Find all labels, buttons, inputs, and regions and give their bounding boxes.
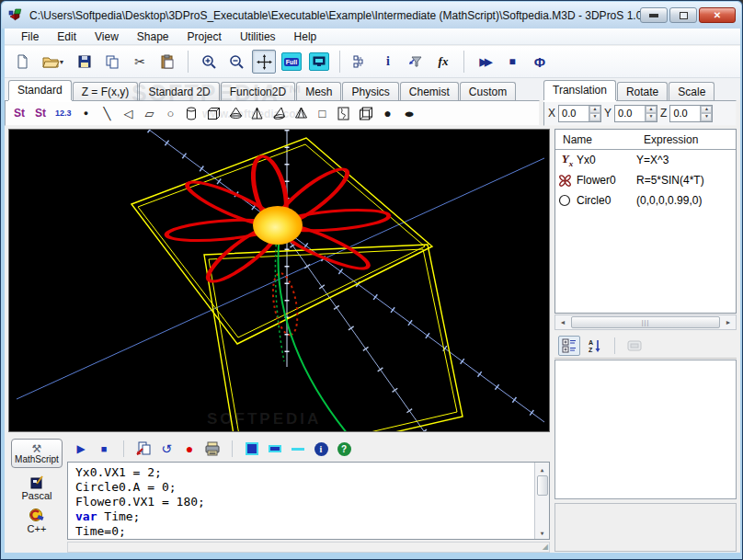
sort-alphabetical-button[interactable]: A Z xyxy=(584,336,606,356)
tab-custom[interactable]: Custom xyxy=(460,82,516,100)
new-document-button[interactable] xyxy=(10,50,34,74)
menu-help[interactable]: Help xyxy=(285,29,326,44)
restore-button[interactable] xyxy=(669,7,697,23)
shape-st2-button[interactable]: St xyxy=(34,107,47,120)
script-print-button[interactable] xyxy=(204,440,221,457)
resize-grip-icon[interactable]: ◢ xyxy=(543,543,548,551)
font-large-button[interactable] xyxy=(244,440,260,457)
stop-button[interactable]: ■ xyxy=(500,50,524,74)
tab-z-fxy[interactable]: Z = F(x,y) xyxy=(73,82,139,100)
shape-cone-button[interactable] xyxy=(229,107,243,120)
shape-polypyramid-button[interactable] xyxy=(294,107,308,120)
tab-chemist[interactable]: Chemist xyxy=(400,82,459,100)
shape-pyramid-button[interactable] xyxy=(251,107,264,120)
menu-project[interactable]: Project xyxy=(178,29,231,44)
shape-filled-ellipse-button[interactable]: ● xyxy=(403,107,416,120)
y-translation-value[interactable]: 0.0 xyxy=(615,106,645,121)
property-pages-button[interactable] xyxy=(623,336,646,356)
code-editor[interactable]: Yx0.VX1 = 2; Circle0.A = 0; Flower0.VX1 … xyxy=(67,462,550,540)
scroll-up-icon[interactable]: ▲ xyxy=(536,463,549,475)
z-spin-up-icon[interactable]: ▲ xyxy=(701,106,712,114)
tab-rotate[interactable]: Rotate xyxy=(617,82,668,100)
scroll-right-icon[interactable]: ► xyxy=(721,315,736,329)
shape-cylinder-button[interactable] xyxy=(186,107,199,120)
menu-edit[interactable]: Edit xyxy=(48,29,86,44)
code-lines[interactable]: Yx0.VX1 = 2; Circle0.A = 0; Flower0.VX1 … xyxy=(68,463,533,539)
shape-st1-button[interactable]: St xyxy=(13,107,26,120)
filter-tool-button[interactable] xyxy=(404,50,428,74)
script-run-button[interactable]: ▶ xyxy=(73,440,89,457)
shape-triangle-button[interactable]: ◁ xyxy=(122,107,135,120)
script-info-button[interactable]: i xyxy=(313,440,329,457)
tab-standard-2d[interactable]: Standard 2D xyxy=(139,82,219,100)
lang-cpp-button[interactable]: C++ xyxy=(28,508,47,534)
screen-view-button[interactable] xyxy=(307,50,331,74)
y-spin-up-icon[interactable]: ▲ xyxy=(646,106,657,114)
shape-number-button[interactable]: 12.3 xyxy=(55,109,72,118)
tab-translation[interactable]: Translation xyxy=(543,80,616,100)
column-expression[interactable]: Expression xyxy=(636,133,736,146)
font-medium-button[interactable] xyxy=(267,440,283,457)
x-translation-stepper[interactable]: 0.0 ▲▼ xyxy=(558,105,601,122)
object-tree-button[interactable] xyxy=(349,50,372,74)
editor-vertical-scrollbar[interactable]: ▲ ▼ xyxy=(534,463,549,539)
scrollbar-thumb[interactable]: ||| xyxy=(571,316,720,328)
z-spin-down-icon[interactable]: ▼ xyxy=(701,113,712,121)
shape-parallelogram-button[interactable]: ▱ xyxy=(143,107,156,120)
shape-line-button[interactable]: ╲ xyxy=(101,107,114,120)
script-stop-button[interactable]: ■ xyxy=(96,440,112,457)
menu-utilities[interactable]: Utilities xyxy=(231,29,285,44)
open-dropdown-icon[interactable]: ▼ xyxy=(59,59,65,65)
lang-mathscript-button[interactable]: ⚒ MathScript xyxy=(11,439,63,468)
pan-move-button[interactable] xyxy=(252,50,276,74)
x-spin-up-icon[interactable]: ▲ xyxy=(589,106,600,114)
y-translation-stepper[interactable]: 0.0 ▲▼ xyxy=(614,105,657,122)
zoom-in-button[interactable] xyxy=(197,50,221,74)
script-copy-button[interactable] xyxy=(135,440,152,457)
z-translation-value[interactable]: 0.0 xyxy=(670,106,700,121)
tab-function2d[interactable]: Function2D xyxy=(221,82,295,100)
paste-button[interactable] xyxy=(155,50,179,74)
scroll-down-icon[interactable]: ▼ xyxy=(536,526,549,539)
y-spin-down-icon[interactable]: ▼ xyxy=(646,113,657,121)
minimize-button[interactable] xyxy=(640,7,668,23)
shape-wirebox-button[interactable] xyxy=(359,107,373,120)
viewport-3d[interactable]: SOFTPEDIA xyxy=(8,129,550,432)
tab-standard[interactable]: Standard xyxy=(8,80,72,100)
shape-circle-button[interactable]: ○ xyxy=(165,107,177,120)
info-button[interactable]: i xyxy=(376,50,400,74)
tab-physics[interactable]: Physics xyxy=(342,82,398,100)
menu-view[interactable]: View xyxy=(86,29,128,44)
table-row[interactable]: Circle0 (0,0,0,0.99,0) xyxy=(555,190,736,211)
z-translation-stepper[interactable]: 0.0 ▲▼ xyxy=(669,105,713,122)
table-row[interactable]: Flower0 R=5*SIN(4*T) xyxy=(555,170,736,190)
shape-point-button[interactable]: ● xyxy=(80,109,93,118)
full-view-button[interactable]: Full xyxy=(280,50,303,74)
script-help-button[interactable]: ? xyxy=(336,440,352,457)
function-editor-button[interactable]: fx xyxy=(431,50,455,74)
close-button[interactable]: ✕ xyxy=(699,7,736,23)
table-row[interactable]: Yx Yx0 Y=X^3 xyxy=(555,150,736,170)
shape-tilted-cone-button[interactable] xyxy=(272,107,286,120)
zoom-out-button[interactable] xyxy=(224,50,248,74)
shape-cube-button[interactable] xyxy=(207,107,221,120)
run-fast-button[interactable]: ▶▶ xyxy=(473,50,497,74)
tab-scale[interactable]: Scale xyxy=(669,82,714,100)
x-translation-value[interactable]: 0.0 xyxy=(559,106,589,121)
script-undo-button[interactable]: ↺ xyxy=(158,440,175,457)
cut-button[interactable]: ✂ xyxy=(128,50,152,74)
tab-mesh[interactable]: Mesh xyxy=(296,82,341,100)
column-name[interactable]: Name xyxy=(555,133,636,146)
scroll-left-icon[interactable]: ◄ xyxy=(555,315,570,329)
property-grid[interactable] xyxy=(554,360,737,499)
open-file-button[interactable]: ▼ xyxy=(38,50,69,74)
font-small-button[interactable] xyxy=(290,440,306,457)
categorized-view-button[interactable] xyxy=(558,336,580,356)
copy-button[interactable] xyxy=(100,50,124,74)
script-record-button[interactable]: ● xyxy=(181,440,198,457)
save-button[interactable] xyxy=(73,50,97,74)
lang-pascal-button[interactable]: Pascal xyxy=(21,474,51,501)
x-spin-down-icon[interactable]: ▼ xyxy=(589,113,600,121)
shape-revolution-button[interactable] xyxy=(337,107,350,120)
scrollbar-thumb[interactable] xyxy=(537,475,548,496)
